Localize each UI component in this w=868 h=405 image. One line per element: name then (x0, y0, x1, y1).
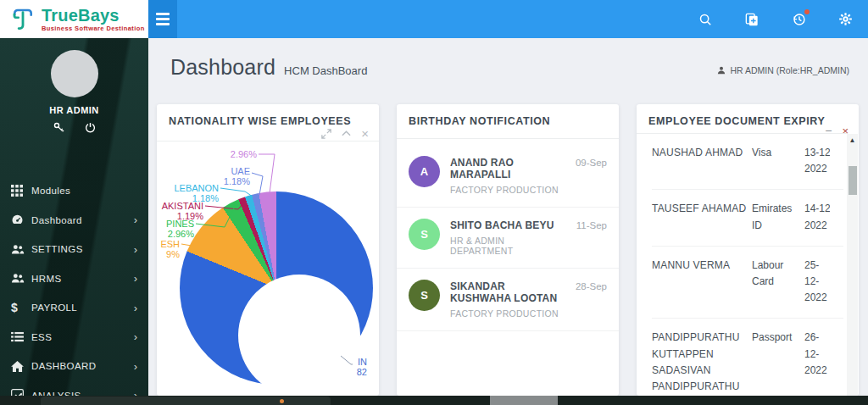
sidebar-item-label: HRMS (31, 274, 134, 284)
table-row: TAUSEEF AHAMAD Emirates ID 14-12-2022 (652, 190, 843, 246)
collapse-icon[interactable] (342, 130, 351, 136)
chevron-right-icon: › (134, 244, 137, 255)
birthday-department: FACTORY PRODUCTION (450, 308, 565, 319)
notification-dot (804, 9, 810, 14)
birthday-card-title: BIRTHDAY NOTIFICATION (397, 104, 619, 127)
chevron-right-icon: › (134, 214, 137, 225)
sidebar-user-name: HR ADMIN (0, 105, 148, 115)
sidebar-item-label: PAYROLL (31, 302, 134, 313)
chevron-right-icon: › (134, 302, 137, 313)
birthday-avatar: A (409, 156, 440, 187)
nationality-card-title: NATIONALITY WISE EMPLOYEES (157, 104, 379, 127)
sidebar-item-label: Modules (31, 186, 134, 196)
expand-icon[interactable] (321, 129, 331, 139)
expiry-date: 26-12-2022 (804, 330, 830, 396)
birthday-department: HR & ADMIN DEPARTMENT (450, 236, 566, 256)
chart-label: PINES2.96% (166, 219, 194, 239)
main-content: DashboardHCM DashBoard HR ADMIN (Role:HR… (148, 38, 868, 405)
birthday-name: SIKANDAR KUSHWAHA LOOTAN (450, 280, 565, 304)
users-icon (11, 244, 31, 255)
birthday-list: A ANAND RAO MARAPALLI FACTORY PRODUCTION… (397, 145, 619, 331)
birthday-list-item: A ANAND RAO MARAPALLI FACTORY PRODUCTION… (397, 145, 619, 208)
brand-logo[interactable]: TrueBays Business Software Destination (0, 0, 148, 38)
table-row: PANDIPPURATHU KUTTAPPEN SADASIVAN PANDIP… (652, 319, 843, 396)
birthday-name: SHITO BACHA BEYU (450, 219, 566, 231)
birthday-date: 09-Sep (576, 156, 607, 195)
sidebar-item[interactable]: ESS › (0, 323, 148, 352)
sidebar-item-label: SETTINGS (31, 244, 134, 254)
close-icon[interactable]: × (361, 127, 369, 140)
gear-icon[interactable] (837, 12, 853, 27)
bottom-tab-dot (280, 399, 284, 403)
document-type: Emirates ID (752, 201, 804, 233)
chart-label: ESH9% (160, 239, 180, 259)
bottom-window-strip (0, 396, 868, 405)
dollar-icon: $ (11, 301, 31, 314)
birthday-avatar: S (409, 280, 440, 311)
document-expiry-card: EMPLOYEE DOCUMENT EXPIRY − × NAUSHAD AHM… (637, 104, 859, 396)
nationality-donut-chart[interactable]: 2.96% UAE1.18% LEBANON1.18% AKISTANI1.19… (157, 144, 379, 396)
scrollbar-thumb[interactable] (849, 166, 857, 195)
birthday-avatar: S (409, 219, 440, 250)
chevron-right-icon: › (134, 331, 137, 342)
scroll-up-arrow-icon[interactable]: ▲ (847, 134, 858, 146)
birthday-department: FACTORY PRODUCTION (450, 185, 565, 195)
table-row: NAUSHAD AHMAD Visa 13-12-2022 (652, 134, 843, 190)
topbar-blue (148, 0, 868, 38)
history-icon[interactable] (791, 12, 806, 27)
document-type: Labour Card (752, 258, 804, 307)
employee-name: MANNU VERMA (652, 258, 752, 307)
sidebar-item[interactable]: $ PAYROLL › (0, 293, 148, 323)
sidebar-item[interactable]: HRMS › (0, 264, 148, 294)
bottom-tab (41, 397, 331, 405)
gauge-icon (11, 214, 31, 226)
page-title: Dashboard (170, 55, 275, 79)
donut-chart[interactable] (180, 191, 373, 385)
birthday-list-item: S SIKANDAR KUSHWAHA LOOTAN FACTORY PRODU… (397, 269, 619, 331)
chart-label: IN82 (357, 357, 367, 377)
document-type: Visa (752, 145, 804, 177)
chart-label: 2.96% (231, 149, 257, 159)
menu-icon[interactable] (148, 0, 177, 38)
document-type: Passport (752, 330, 804, 396)
sidebar-item[interactable]: Dashboard › (0, 206, 148, 236)
brand-tagline: Business Software Destination (42, 25, 145, 32)
sidebar-item-label: Dashboard (31, 215, 134, 225)
birthday-name: ANAND RAO MARAPALLI (450, 157, 565, 180)
birthday-list-item: S SHITO BACHA BEYU HR & ADMIN DEPARTMENT… (397, 208, 619, 269)
copy-add-icon[interactable] (744, 12, 760, 27)
scrollbar[interactable]: ▲ (847, 134, 858, 396)
sidebar-item[interactable]: DASHBOARD › (0, 352, 148, 381)
sidebar-item[interactable]: SETTINGS › (0, 235, 148, 264)
employee-name: PANDIPPURATHU KUTTAPPEN SADASIVAN PANDIP… (652, 330, 752, 396)
grid-icon (11, 185, 31, 197)
topbar: TrueBays Business Software Destination (0, 0, 868, 38)
sidebar-menu: Modules › Dashboard › SETTINGS › HRMS › (0, 176, 148, 405)
person-icon (717, 66, 726, 75)
employee-name: TAUSEEF AHAMAD (652, 201, 752, 233)
avatar (51, 50, 98, 97)
search-icon[interactable] (698, 12, 713, 27)
home-icon (11, 361, 31, 372)
users-icon (11, 273, 31, 284)
page-subtitle: HCM DashBoard (284, 64, 367, 77)
expiry-table: NAUSHAD AHMAD Visa 13-12-2022 TAUSEEF AH… (637, 133, 847, 396)
sidebar-item-label: DASHBOARD (31, 361, 134, 371)
sidebar-item[interactable]: Modules › (0, 176, 148, 206)
sidebar-item-label: ESS (31, 332, 134, 342)
truebays-logo-icon (10, 7, 36, 32)
nationality-card: NATIONALITY WISE EMPLOYEES × (157, 104, 379, 396)
header-user-info: HR ADMIN (Role:HR_ADMIN) (717, 65, 849, 75)
key-icon[interactable] (53, 122, 64, 133)
power-icon[interactable] (85, 122, 96, 133)
birthday-date: 28-Sep (576, 280, 607, 319)
expiry-date: 13-12-2022 (804, 145, 830, 177)
bottom-gray-segment (490, 396, 558, 405)
list-icon (11, 331, 31, 342)
birthday-card: BIRTHDAY NOTIFICATION A ANAND RAO MARAPA… (397, 104, 619, 396)
sidebar: HR ADMIN Modules › Dashboard › (0, 38, 148, 405)
birthday-date: 11-Sep (576, 219, 607, 256)
employee-name: NAUSHAD AHMAD (652, 145, 752, 177)
brand-name: TrueBays (42, 7, 145, 24)
table-row: MANNU VERMA Labour Card 25-12-2022 (652, 247, 843, 319)
